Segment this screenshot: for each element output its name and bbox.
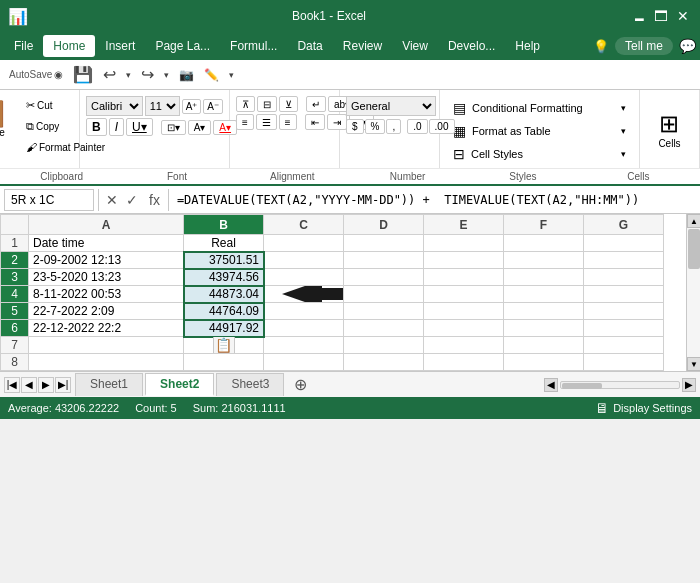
number-format-select[interactable]: General	[346, 96, 436, 116]
scroll-up-button[interactable]: ▲	[687, 214, 700, 228]
underline-button[interactable]: U▾	[126, 118, 153, 136]
cell-g7[interactable]	[584, 337, 664, 354]
confirm-formula-button[interactable]: ✓	[123, 192, 141, 208]
cell-b4[interactable]: 44873.04	[184, 286, 264, 303]
col-header-c[interactable]: C	[264, 215, 344, 235]
cell-styles-button[interactable]: ⊟ Cell Styles ▾	[448, 143, 631, 165]
cell-d1[interactable]	[344, 235, 424, 252]
align-center-button[interactable]: ☰	[256, 114, 277, 130]
cell-b8[interactable]	[184, 354, 264, 371]
autosave-toggle[interactable]: AutoSave ◉	[6, 67, 66, 82]
minimize-button[interactable]: 🗕	[630, 7, 648, 25]
undo-dropdown-button[interactable]: ▾	[123, 68, 134, 82]
cell-d5[interactable]	[344, 303, 424, 320]
col-header-b[interactable]: B	[184, 215, 264, 235]
cell-f6[interactable]	[504, 320, 584, 337]
fill-color-button[interactable]: A▾	[188, 120, 212, 135]
sheet-tab-2[interactable]: Sheet2	[145, 373, 214, 396]
decrease-decimal-button[interactable]: .0	[407, 119, 427, 134]
cell-c5[interactable]	[264, 303, 344, 320]
cell-a6[interactable]: 22-12-2022 22:2	[29, 320, 184, 337]
cell-c2[interactable]	[264, 252, 344, 269]
redo-button[interactable]: ↪	[138, 63, 157, 86]
close-button[interactable]: ✕	[674, 7, 692, 25]
scroll-track[interactable]	[687, 228, 700, 357]
cell-g5[interactable]	[584, 303, 664, 320]
h-scroll-right[interactable]: ▶	[682, 378, 696, 392]
cell-a8[interactable]	[29, 354, 184, 371]
sheet-scroll-next[interactable]: ▶	[38, 377, 54, 393]
align-left-button[interactable]: ≡	[236, 114, 254, 130]
sheet-scroll-last[interactable]: ▶|	[55, 377, 71, 393]
cancel-formula-button[interactable]: ✕	[103, 192, 121, 208]
display-settings-label[interactable]: Display Settings	[613, 402, 692, 414]
cell-d2[interactable]	[344, 252, 424, 269]
cell-g1[interactable]	[584, 235, 664, 252]
cell-f1[interactable]	[504, 235, 584, 252]
h-scroll-left[interactable]: ◀	[544, 378, 558, 392]
cell-c7[interactable]	[264, 337, 344, 354]
cell-g6[interactable]	[584, 320, 664, 337]
comma-button[interactable]: ,	[386, 119, 401, 134]
cell-d8[interactable]	[344, 354, 424, 371]
cell-b5[interactable]: 44764.09	[184, 303, 264, 320]
cell-b3[interactable]: 43974.56	[184, 269, 264, 286]
comment-icon[interactable]: 💬	[679, 38, 696, 54]
align-middle-button[interactable]: ⊟	[257, 96, 277, 112]
align-top-button[interactable]: ⊼	[236, 96, 255, 112]
paste-options-icon[interactable]: 📋	[213, 337, 235, 354]
cell-f3[interactable]	[504, 269, 584, 286]
increase-font-button[interactable]: A⁺	[182, 99, 202, 114]
grid-scroll[interactable]: A B C D E F G 1 Date time Real	[0, 214, 686, 371]
col-header-a[interactable]: A	[29, 215, 184, 235]
col-header-d[interactable]: D	[344, 215, 424, 235]
cell-e3[interactable]	[424, 269, 504, 286]
align-bottom-button[interactable]: ⊻	[279, 96, 298, 112]
cell-a2[interactable]: 2-09-2002 12:13	[29, 252, 184, 269]
format-as-table-button[interactable]: ▦ Format as Table ▾	[448, 120, 631, 142]
decrease-indent-button[interactable]: ⇤	[305, 114, 325, 130]
percent-button[interactable]: %	[365, 119, 386, 134]
sheet-scroll-prev[interactable]: ◀	[21, 377, 37, 393]
font-size-select[interactable]: 11	[145, 96, 180, 116]
undo-button[interactable]: ↩	[100, 63, 119, 86]
cell-a5[interactable]: 22-7-2022 2:09	[29, 303, 184, 320]
add-sheet-button[interactable]: ⊕	[286, 373, 315, 396]
cell-e8[interactable]	[424, 354, 504, 371]
menu-formulas[interactable]: Formul...	[220, 35, 287, 57]
tell-me-box[interactable]: Tell me	[615, 37, 673, 55]
more-qa-button[interactable]: ▾	[226, 68, 237, 82]
bold-button[interactable]: B	[86, 118, 107, 136]
cell-b7[interactable]: 📋	[184, 337, 264, 354]
conditional-formatting-button[interactable]: ▤ Conditional Formatting ▾	[448, 97, 631, 119]
menu-help[interactable]: Help	[505, 35, 550, 57]
cell-styles-dropdown[interactable]: ▾	[621, 149, 626, 159]
wrap-text-button[interactable]: ↵	[306, 96, 326, 112]
cell-f7[interactable]	[504, 337, 584, 354]
cell-f8[interactable]	[504, 354, 584, 371]
maximize-button[interactable]: 🗖	[652, 7, 670, 25]
cell-d6[interactable]	[344, 320, 424, 337]
sheet-tab-1[interactable]: Sheet1	[75, 373, 143, 396]
cell-d3[interactable]	[344, 269, 424, 286]
align-right-button[interactable]: ≡	[279, 114, 297, 130]
cells-button[interactable]: ⊞ Cells	[651, 105, 687, 154]
cell-g4[interactable]	[584, 286, 664, 303]
cell-e5[interactable]	[424, 303, 504, 320]
cell-d4[interactable]	[344, 286, 424, 303]
cell-b6[interactable]: 44917.92	[184, 320, 264, 337]
format-table-dropdown[interactable]: ▾	[621, 126, 626, 136]
horizontal-scrollbar[interactable]: ◀ ▶	[384, 378, 701, 392]
cell-c4[interactable]	[264, 286, 344, 303]
cell-e7[interactable]	[424, 337, 504, 354]
cell-a3[interactable]: 23-5-2020 13:23	[29, 269, 184, 286]
h-scroll-thumb[interactable]	[562, 383, 602, 389]
cell-f2[interactable]	[504, 252, 584, 269]
col-header-f[interactable]: F	[504, 215, 584, 235]
col-header-e[interactable]: E	[424, 215, 504, 235]
cell-c6[interactable]	[264, 320, 344, 337]
cell-a4[interactable]: 8-11-2022 00:53	[29, 286, 184, 303]
cell-g8[interactable]	[584, 354, 664, 371]
conditional-formatting-dropdown[interactable]: ▾	[621, 103, 626, 113]
cell-f4[interactable]	[504, 286, 584, 303]
